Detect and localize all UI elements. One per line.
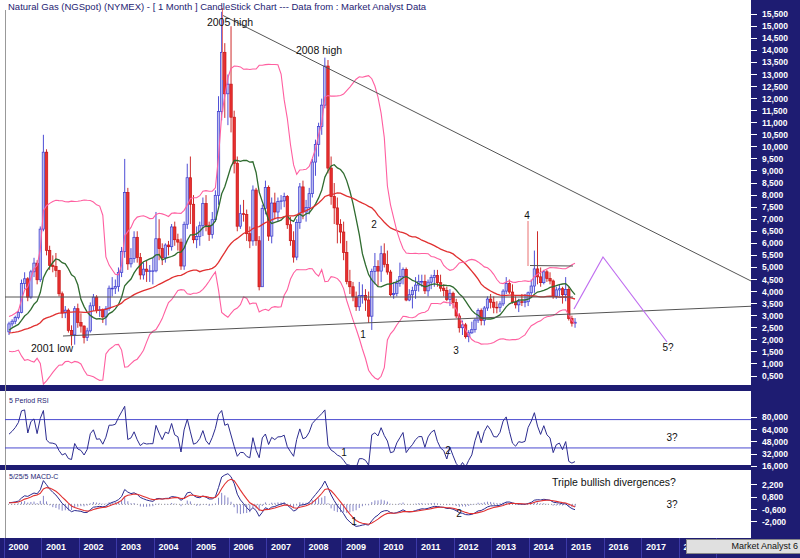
price-axis-tick xyxy=(751,38,757,39)
rsi-tick-label: 32,000 xyxy=(762,449,788,459)
year-axis-tick xyxy=(416,538,417,558)
price-axis-tick xyxy=(751,243,757,244)
rsi-tick-label: 64,000 xyxy=(762,425,788,435)
price-axis-tick xyxy=(751,376,757,377)
price-axis-tick xyxy=(751,26,757,27)
price-axis-tick xyxy=(751,255,757,256)
wave-projection-line xyxy=(574,257,667,342)
price-tick-label: 7,500 xyxy=(762,202,783,212)
price-tick-label: 11,500 xyxy=(762,106,788,116)
price-axis-tick xyxy=(751,291,757,292)
price-axis-tick xyxy=(751,74,757,75)
year-label: 2009 xyxy=(346,542,366,552)
price-tick-label: 13,500 xyxy=(762,57,788,67)
ma-fast-line xyxy=(9,160,575,330)
year-label: 2004 xyxy=(159,542,179,552)
rsi-axis-tick xyxy=(751,466,757,467)
resistance-segment xyxy=(530,266,573,267)
price-axis-tick xyxy=(751,122,757,123)
uptrend-line xyxy=(63,306,757,336)
macd-axis-tick xyxy=(751,521,757,522)
year-label: 2010 xyxy=(384,542,404,552)
price-axis-tick xyxy=(751,14,757,15)
price-axis-tick xyxy=(751,327,757,328)
price-panel xyxy=(5,8,757,384)
year-label: 2007 xyxy=(271,542,291,552)
price-axis-tick xyxy=(751,183,757,184)
rsi-annotation: 3? xyxy=(666,432,677,443)
price-tick-label: 4,000 xyxy=(762,287,783,297)
bollinger-lower-line xyxy=(9,269,575,385)
year-axis-tick xyxy=(529,538,530,558)
price-axis-tick xyxy=(751,219,757,220)
macd-tick-label: -2,000 xyxy=(762,517,786,527)
price-tick-label: 5,000 xyxy=(762,262,783,272)
price-tick-label: 2,000 xyxy=(762,335,783,345)
price-tick-label: 3,000 xyxy=(762,311,783,321)
price-tick-label: 13,000 xyxy=(762,70,788,80)
price-tick-label: 15,000 xyxy=(762,21,788,31)
price-tick-label: 4,500 xyxy=(762,275,783,285)
price-annotation: 4 xyxy=(524,210,530,221)
bollinger-upper-line xyxy=(9,64,575,316)
rsi-axis-tick xyxy=(751,429,757,430)
price-axis-tick xyxy=(751,351,757,352)
macd-annotation: 3? xyxy=(666,499,677,510)
year-axis-tick xyxy=(41,538,42,558)
price-tick-label: 15,500 xyxy=(762,9,788,19)
macd-axis-tick xyxy=(751,497,757,498)
year-label: 2016 xyxy=(609,542,629,552)
price-axis-tick xyxy=(751,195,757,196)
price-annotation: 3 xyxy=(453,345,459,356)
price-axis-tick xyxy=(751,363,757,364)
rsi-panel xyxy=(5,406,751,468)
price-axis-tick xyxy=(751,231,757,232)
macd-annotation: 1 xyxy=(351,516,357,527)
price-axis-tick xyxy=(751,158,757,159)
price-axis-tick xyxy=(751,146,757,147)
page-title: Natural Gas (NGSpot) (NYMEX) - [ 1 Month… xyxy=(8,1,426,12)
price-tick-label: 11,000 xyxy=(762,118,788,128)
price-tick-label: 6,000 xyxy=(762,238,783,248)
year-axis-tick xyxy=(604,538,605,558)
candlestick-series xyxy=(8,12,576,346)
price-tick-label: 12,000 xyxy=(762,94,788,104)
year-axis-tick xyxy=(154,538,155,558)
chart-canvas xyxy=(0,0,800,558)
time-axis-band xyxy=(0,538,751,558)
macd-tick-label: 2,200 xyxy=(762,480,783,490)
price-tick-label: 14,000 xyxy=(762,45,788,55)
macd-axis-tick xyxy=(751,484,757,485)
price-axis-tick xyxy=(751,279,757,280)
price-tick-label: 0,500 xyxy=(762,371,783,381)
rsi-tick-label: 48,000 xyxy=(762,437,788,447)
year-axis-tick xyxy=(229,538,230,558)
year-axis-tick xyxy=(379,538,380,558)
year-label: 2013 xyxy=(496,542,516,552)
year-label: 2000 xyxy=(9,542,29,552)
year-label: 2003 xyxy=(121,542,141,552)
year-label: 2012 xyxy=(459,542,479,552)
year-label: 2015 xyxy=(571,542,591,552)
price-annotation: 1 xyxy=(360,329,366,340)
price-axis-tick xyxy=(751,86,757,87)
rsi-line xyxy=(9,406,575,468)
price-tick-label: 10,000 xyxy=(762,142,788,152)
price-axis-tick xyxy=(751,303,757,304)
price-tick-label: 2,500 xyxy=(762,323,783,333)
price-annotation: 5? xyxy=(662,342,673,353)
macd-panel xyxy=(5,474,577,527)
rsi-panel-label: 5 Period RSI xyxy=(9,397,49,404)
year-label: 2011 xyxy=(421,542,441,552)
year-label: 2017 xyxy=(646,542,666,552)
price-axis-tick xyxy=(751,267,757,268)
year-axis-tick xyxy=(341,538,342,558)
year-axis-tick xyxy=(116,538,117,558)
price-tick-label: 7,000 xyxy=(762,214,783,224)
price-annotation: 2001 low xyxy=(31,342,73,354)
ma-slow-line xyxy=(9,193,575,333)
macd-annotation: 2 xyxy=(456,508,462,519)
year-axis-tick xyxy=(266,538,267,558)
price-axis-tick xyxy=(751,315,757,316)
year-axis-tick xyxy=(641,538,642,558)
